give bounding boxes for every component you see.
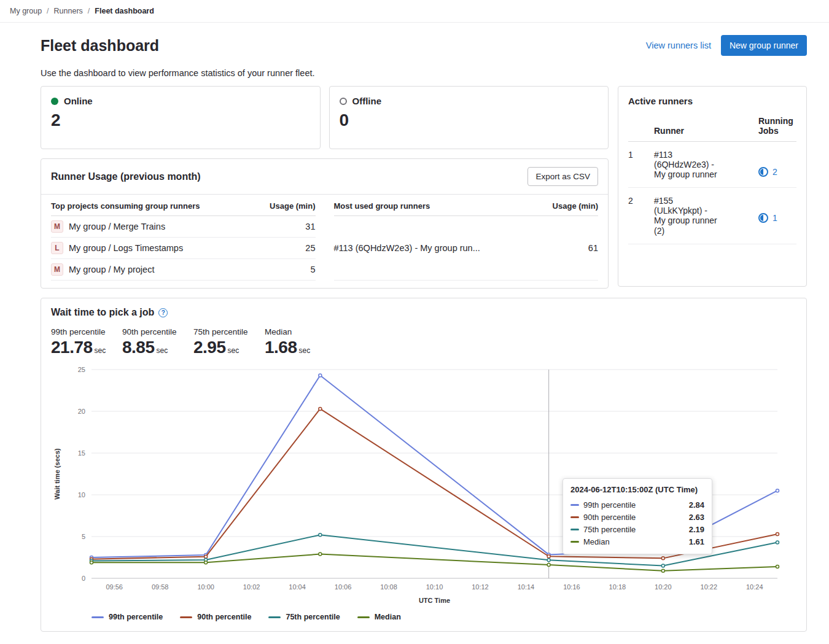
offline-card-header: Offline bbox=[340, 96, 599, 106]
runner-name: #113 (6QHdzW2e3) - My group run... bbox=[334, 216, 550, 281]
svg-text:10:00: 10:00 bbox=[197, 583, 214, 591]
table-row: MMy group / Merge Trains 31 bbox=[51, 216, 316, 238]
running-jobs-count: 2 bbox=[773, 167, 777, 177]
breadcrumb-fleet-dashboard: Fleet dashboard bbox=[95, 7, 154, 15]
runner-usage-title: Runner Usage (previous month) bbox=[51, 171, 201, 182]
legend-label: 90th percentile bbox=[197, 613, 251, 621]
legend-item-75th-percentile[interactable]: 75th percentile bbox=[268, 613, 340, 621]
stat-90th-percentile: 90th percentile 8.85sec bbox=[122, 327, 193, 357]
offline-label: Offline bbox=[352, 96, 382, 106]
usage-min-column-header: Usage (min) bbox=[549, 195, 598, 216]
online-status-dot-icon bbox=[51, 98, 58, 105]
usage-min-column-header: Usage (min) bbox=[267, 195, 316, 216]
table-row: MMy group / My project 5 bbox=[51, 259, 316, 281]
project-avatar: M bbox=[51, 220, 63, 233]
breadcrumb: My group / Runners / Fleet dashboard bbox=[0, 0, 829, 23]
page-description: Use the dashboard to view performance st… bbox=[41, 68, 807, 78]
series-swatch-icon bbox=[91, 616, 104, 618]
chart-legend: 99th percentile 90th percentile 75th per… bbox=[91, 613, 796, 621]
svg-text:10:20: 10:20 bbox=[655, 583, 672, 591]
top-projects-table: Top projects consuming group runners Usa… bbox=[51, 195, 316, 281]
stat-label: 90th percentile bbox=[122, 327, 193, 336]
tooltip-row: 99th percentile 2.84 bbox=[570, 499, 704, 511]
stat-75th-percentile: 75th percentile 2.95sec bbox=[193, 327, 265, 357]
project-avatar: L bbox=[51, 242, 63, 254]
svg-text:09:58: 09:58 bbox=[152, 583, 169, 591]
series-swatch-icon bbox=[268, 616, 281, 618]
running-jobs-column-header: Running Jobs bbox=[758, 110, 796, 142]
tooltip-value: 2.84 bbox=[689, 500, 704, 510]
legend-label: 99th percentile bbox=[109, 613, 163, 621]
runner-column-header: Runner bbox=[654, 110, 758, 142]
project-usage: 31 bbox=[267, 216, 316, 238]
svg-text:10:10: 10:10 bbox=[426, 583, 443, 591]
most-used-runners-table: Most used group runners Usage (min) #113… bbox=[334, 195, 599, 281]
view-runners-list-link[interactable]: View runners list bbox=[646, 41, 711, 50]
svg-text:20: 20 bbox=[78, 408, 85, 415]
project-name: My group / My project bbox=[69, 265, 154, 274]
stat-median: Median 1.68sec bbox=[265, 327, 336, 357]
svg-text:10:14: 10:14 bbox=[518, 583, 535, 591]
legend-label: 75th percentile bbox=[286, 613, 340, 621]
series-swatch-icon bbox=[570, 516, 579, 518]
svg-text:10:08: 10:08 bbox=[380, 583, 397, 591]
series-swatch-icon bbox=[357, 616, 370, 618]
stat-label: 75th percentile bbox=[193, 327, 265, 336]
wait-time-chart[interactable]: 051015202509:5609:5810:0010:0210:0410:06… bbox=[51, 365, 796, 610]
runner-usage-value: 61 bbox=[549, 216, 598, 281]
runner-usage-header: Runner Usage (previous month) Export as … bbox=[41, 159, 608, 194]
tooltip-value: 2.63 bbox=[689, 513, 704, 522]
svg-text:10:02: 10:02 bbox=[243, 583, 260, 591]
breadcrumb-runners[interactable]: Runners bbox=[54, 7, 83, 15]
online-card-header: Online bbox=[51, 96, 310, 106]
breadcrumb-separator: / bbox=[88, 7, 90, 15]
main-content: Fleet dashboard View runners list New gr… bbox=[0, 35, 829, 632]
series-swatch-icon bbox=[570, 504, 579, 506]
stat-value: 1.68 bbox=[265, 338, 297, 357]
wait-time-card: Wait time to pick a job ? 99th percentil… bbox=[41, 298, 807, 632]
stat-value: 21.78 bbox=[51, 338, 93, 357]
runner-name: #155 (ULkKYpkpt) - My group runner (2) bbox=[654, 196, 719, 235]
svg-text:10:06: 10:06 bbox=[335, 583, 352, 591]
series-swatch-icon bbox=[570, 541, 579, 543]
legend-label: Median bbox=[375, 613, 401, 621]
tooltip-label: 99th percentile bbox=[583, 500, 636, 510]
running-status-icon bbox=[758, 213, 768, 223]
new-group-runner-button[interactable]: New group runner bbox=[721, 35, 807, 56]
page-title: Fleet dashboard bbox=[41, 37, 159, 55]
svg-text:10:24: 10:24 bbox=[746, 583, 763, 591]
svg-text:10:18: 10:18 bbox=[609, 583, 626, 591]
dashboard-right-column: Active runners Runner Running Jobs 1 #11… bbox=[618, 86, 807, 289]
dashboard-left-column: Online 2 Offline 0 Runner Usage (previou… bbox=[41, 86, 609, 289]
breadcrumb-my-group[interactable]: My group bbox=[10, 7, 42, 15]
svg-text:5: 5 bbox=[82, 533, 85, 540]
tooltip-value: 2.19 bbox=[689, 525, 704, 534]
svg-text:15: 15 bbox=[78, 449, 85, 457]
online-count: 2 bbox=[51, 111, 310, 130]
legend-item-90th-percentile[interactable]: 90th percentile bbox=[180, 613, 251, 621]
svg-text:10:04: 10:04 bbox=[289, 583, 306, 591]
help-icon[interactable]: ? bbox=[158, 308, 168, 317]
stat-label: 99th percentile bbox=[51, 327, 122, 336]
top-projects-column-header: Top projects consuming group runners bbox=[51, 195, 267, 216]
legend-item-99th-percentile[interactable]: 99th percentile bbox=[91, 613, 163, 621]
offline-status-dot-icon bbox=[340, 98, 347, 105]
breadcrumb-separator: / bbox=[47, 7, 49, 15]
runner-rank: 1 bbox=[628, 142, 654, 188]
legend-item-median[interactable]: Median bbox=[357, 613, 401, 621]
online-runners-card: Online 2 bbox=[41, 86, 321, 149]
svg-text:10:12: 10:12 bbox=[472, 583, 489, 591]
svg-text:10:16: 10:16 bbox=[563, 583, 580, 591]
svg-text:Wait time (secs): Wait time (secs) bbox=[53, 448, 61, 500]
project-name: My group / Merge Trains bbox=[69, 222, 165, 231]
tooltip-label: Median bbox=[583, 537, 610, 546]
project-usage: 25 bbox=[267, 238, 316, 259]
svg-text:10: 10 bbox=[78, 491, 85, 499]
chart-tooltip: 2024-06-12T10:15:00Z (UTC Time) 99th per… bbox=[562, 478, 712, 554]
export-csv-button[interactable]: Export as CSV bbox=[527, 167, 598, 186]
stat-value: 8.85 bbox=[122, 338, 155, 357]
svg-text:0: 0 bbox=[82, 575, 85, 582]
project-name: My group / Logs Timestamps bbox=[69, 243, 183, 253]
running-jobs-cell: 2 bbox=[758, 167, 796, 177]
stat-unit: sec bbox=[228, 346, 239, 355]
